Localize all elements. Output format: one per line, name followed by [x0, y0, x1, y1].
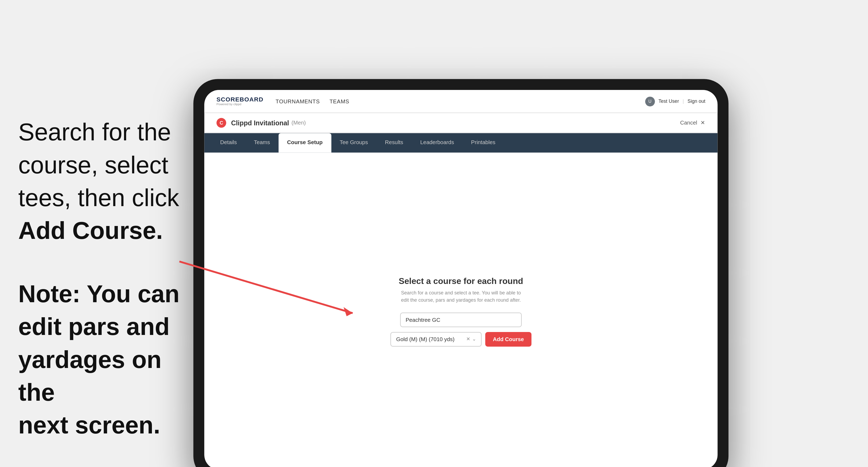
sign-out-link[interactable]: Sign out [688, 98, 706, 104]
brand-sub: Powered by clippd [217, 103, 264, 106]
tee-selector-row: Gold (M) (M) (7010 yds) ✕ ⌄ Add Course [391, 332, 531, 346]
tournament-type: (Men) [291, 120, 306, 126]
tee-arrows-icon[interactable]: ⌄ [472, 336, 476, 342]
pipe: | [683, 98, 684, 104]
nav-teams[interactable]: TEAMS [330, 98, 349, 104]
user-area: U Test User | Sign out [645, 96, 705, 106]
tab-printables[interactable]: Printables [462, 133, 504, 153]
select-course-description: Search for a course and select a tee. Yo… [400, 289, 522, 304]
tab-leaderboards[interactable]: Leaderboards [412, 133, 462, 153]
brand: SCOREBOARD Powered by clippd [217, 97, 264, 106]
top-nav: SCOREBOARD Powered by clippd TOURNAMENTS… [204, 90, 717, 113]
tab-details[interactable]: Details [212, 133, 245, 153]
user-avatar: U [645, 96, 655, 106]
tab-tee-groups[interactable]: Tee Groups [331, 133, 377, 153]
instruction-panel: Search for thecourse, selecttees, then c… [18, 116, 197, 441]
tab-nav: Details Teams Course Setup Tee Groups Re… [204, 133, 717, 153]
tab-results[interactable]: Results [377, 133, 412, 153]
cancel-button[interactable]: Cancel ✕ [680, 120, 705, 126]
tab-teams[interactable]: Teams [245, 133, 279, 153]
brand-logo: SCOREBOARD [217, 97, 264, 103]
note-line-3: next screen. [18, 412, 160, 439]
select-course-title: Select a course for each round [399, 276, 523, 285]
course-search-input[interactable] [400, 312, 522, 326]
main-content: Select a course for each round Search fo… [204, 153, 717, 467]
user-name: Test User [658, 98, 679, 104]
tee-clear-icon[interactable]: ✕ [466, 336, 470, 342]
tablet-screen: SCOREBOARD Powered by clippd TOURNAMENTS… [204, 90, 717, 467]
tournament-name: Clippd Invitational [231, 119, 289, 126]
tablet-device: SCOREBOARD Powered by clippd TOURNAMENTS… [193, 79, 728, 467]
instruction-line-1: Search for thecourse, selecttees, then c… [18, 116, 197, 247]
tee-select-controls: ✕ ⌄ [466, 336, 477, 342]
tee-select-wrapper[interactable]: Gold (M) (M) (7010 yds) ✕ ⌄ [391, 332, 482, 346]
tournament-icon: C [217, 118, 226, 128]
note-line-1: edit pars and [18, 313, 169, 340]
note-line-2: yardages on the [18, 346, 162, 406]
cancel-x-icon: ✕ [701, 120, 705, 126]
add-course-button[interactable]: Add Course [486, 332, 531, 346]
nav-links: TOURNAMENTS TEAMS [276, 98, 645, 104]
tee-select-value: Gold (M) (M) (7010 yds) [396, 336, 455, 342]
nav-tournaments[interactable]: TOURNAMENTS [276, 98, 320, 104]
tournament-header: C Clippd Invitational (Men) Cancel ✕ [204, 113, 717, 133]
tab-course-setup[interactable]: Course Setup [279, 133, 331, 153]
note-text: Note: You can edit pars and yardages on … [18, 277, 197, 441]
